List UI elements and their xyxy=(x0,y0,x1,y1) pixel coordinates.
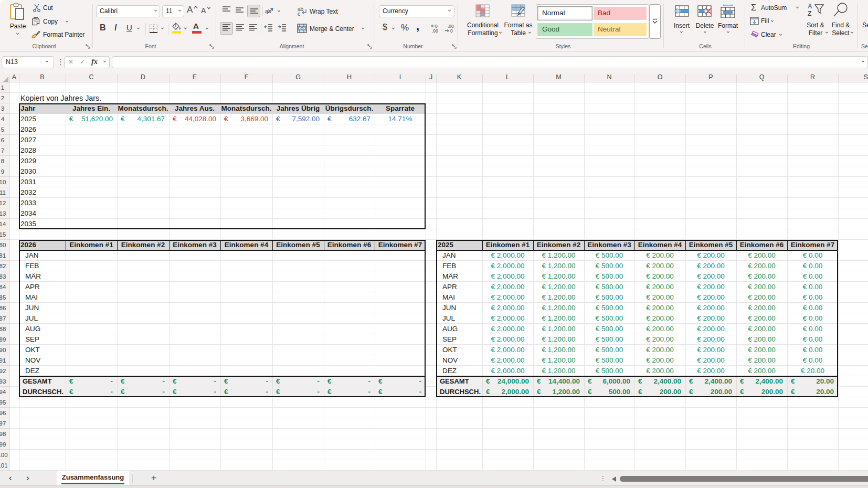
svg-text:.00: .00 xyxy=(432,28,438,33)
svg-text:A: A xyxy=(808,3,812,10)
svg-text:c: c xyxy=(298,11,300,16)
svg-text:Z: Z xyxy=(808,10,811,17)
svg-text:0: 0 xyxy=(450,28,453,33)
